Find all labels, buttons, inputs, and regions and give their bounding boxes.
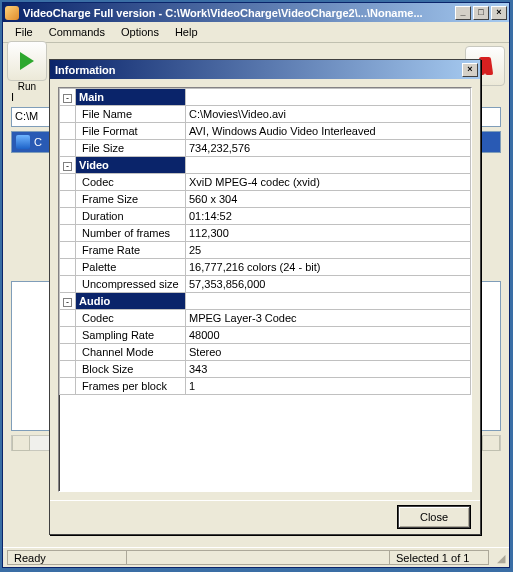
property-row[interactable]: File FormatAVI, Windows Audio Video Inte… [60,123,471,140]
property-row[interactable]: Palette16,777,216 colors (24 - bit) [60,259,471,276]
property-value: MPEG Layer-3 Codec [186,310,471,327]
property-row[interactable]: Number of frames112,300 [60,225,471,242]
property-value: 734,232,576 [186,140,471,157]
property-row[interactable]: CodecMPEG Layer-3 Codec [60,310,471,327]
section-video: -Video [60,157,471,174]
property-row[interactable]: Frames per block1 [60,378,471,395]
run-label: Run [7,81,47,92]
run-button[interactable] [7,41,47,81]
property-key: File Name [76,106,186,123]
property-key: Frame Rate [76,242,186,259]
property-value: 112,300 [186,225,471,242]
menu-options[interactable]: Options [113,24,167,40]
section-header: Main [76,89,186,106]
property-key: Codec [76,310,186,327]
property-key: Uncompressed size [76,276,186,293]
menu-bar: File Commands Options Help [3,22,509,43]
property-row[interactable]: Frame Size560 x 304 [60,191,471,208]
property-row[interactable]: File NameC:\Movies\Video.avi [60,106,471,123]
property-row[interactable]: File Size734,232,576 [60,140,471,157]
play-icon [20,52,34,70]
property-value: 57,353,856,000 [186,276,471,293]
minimize-button[interactable]: _ [455,6,471,20]
app-icon [5,6,19,20]
property-row[interactable]: Sampling Rate48000 [60,327,471,344]
property-key: Number of frames [76,225,186,242]
status-middle [127,550,389,565]
property-value: 25 [186,242,471,259]
property-row[interactable]: Block Size343 [60,361,471,378]
property-value: AVI, Windows Audio Video Interleaved [186,123,471,140]
menu-file[interactable]: File [7,24,41,40]
property-value: 1 [186,378,471,395]
property-key: File Format [76,123,186,140]
title-bar[interactable]: VideoCharge Full version - C:\Work\Video… [3,3,509,22]
status-bar: Ready Selected 1 of 1 ◢ [3,547,509,567]
file-icon [16,135,30,149]
property-row[interactable]: Duration01:14:52 [60,208,471,225]
section-header: Video [76,157,186,174]
collapse-toggle[interactable]: - [60,89,76,106]
property-value: 01:14:52 [186,208,471,225]
property-value: 48000 [186,327,471,344]
collapse-toggle[interactable]: - [60,157,76,174]
close-window-button[interactable]: × [491,6,507,20]
stop-icon [483,57,494,75]
properties-grid: -MainFile NameC:\Movies\Video.aviFile Fo… [58,87,472,492]
dialog-title: Information [52,64,462,76]
property-value: 560 x 304 [186,191,471,208]
property-key: Duration [76,208,186,225]
dialog-close-icon[interactable]: × [462,63,478,77]
maximize-button[interactable]: □ [473,6,489,20]
dialog-title-bar[interactable]: Information × [50,60,480,79]
close-button[interactable]: Close [398,506,470,528]
property-key: Sampling Rate [76,327,186,344]
property-row[interactable]: Frame Rate25 [60,242,471,259]
property-row[interactable]: Uncompressed size57,353,856,000 [60,276,471,293]
menu-commands[interactable]: Commands [41,24,113,40]
property-value: 16,777,216 colors (24 - bit) [186,259,471,276]
property-value: Stereo [186,344,471,361]
section-audio: -Audio [60,293,471,310]
property-key: File Size [76,140,186,157]
section-header: Audio [76,293,186,310]
property-value: XviD MPEG-4 codec (xvid) [186,174,471,191]
window-title: VideoCharge Full version - C:\Work\Video… [23,7,455,19]
information-dialog: Information × -MainFile NameC:\Movies\Vi… [49,59,481,535]
property-value: C:\Movies\Video.avi [186,106,471,123]
property-row[interactable]: Channel ModeStereo [60,344,471,361]
property-key: Channel Mode [76,344,186,361]
property-key: Codec [76,174,186,191]
menu-help[interactable]: Help [167,24,206,40]
file-name: C [34,136,42,148]
property-row[interactable]: CodecXviD MPEG-4 codec (xvid) [60,174,471,191]
status-selection: Selected 1 of 1 [389,550,489,565]
status-ready: Ready [7,550,127,565]
property-key: Frame Size [76,191,186,208]
section-main: -Main [60,89,471,106]
collapse-toggle[interactable]: - [60,293,76,310]
resize-grip[interactable]: ◢ [489,550,505,565]
property-key: Block Size [76,361,186,378]
property-key: Palette [76,259,186,276]
property-key: Frames per block [76,378,186,395]
property-value: 343 [186,361,471,378]
